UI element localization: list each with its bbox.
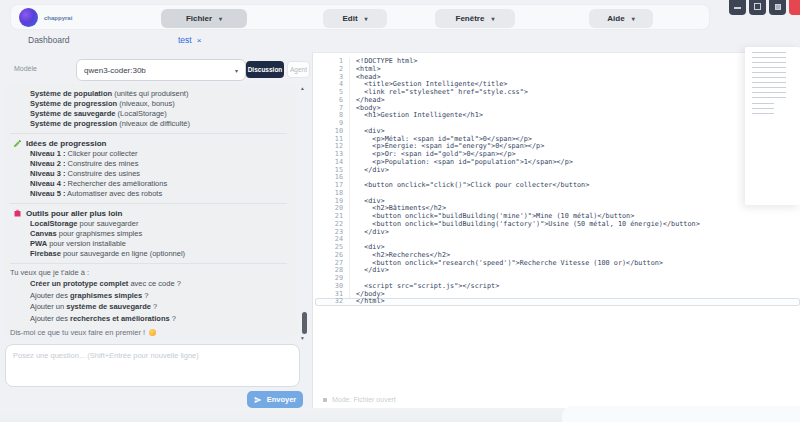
code-line-row: 17 <button onclick="click()">Click pour … <box>315 182 800 190</box>
idea-item: Niveau 1 : Clicker pour collecter <box>8 149 289 159</box>
code-line-row: 15 </div> <box>315 167 800 175</box>
tab-bar: Dashboard test × <box>0 33 800 51</box>
model-select-value: qwen3-coder:30b <box>84 66 146 75</box>
help-item: Créer un prototype complet avec ce code … <box>8 278 289 290</box>
menu-edit[interactable]: Edit ▾ <box>323 9 387 28</box>
code-line: <button onclick="click()">Click pour col… <box>356 182 589 190</box>
feature-item: Système de sauvegarde (LocalStorage) <box>8 109 289 119</box>
scrollbar-thumb[interactable] <box>302 312 307 334</box>
code-line-row: 1<!DOCTYPE html> <box>315 58 800 66</box>
chat-footer: Dis-moi ce que tu veux faire en premier … <box>8 327 289 338</box>
code-line-row: 31</body> <box>315 291 800 299</box>
tab-close-icon[interactable]: × <box>197 36 202 45</box>
ideas-section-title: Idées de progression <box>26 138 106 149</box>
code-line-row: 6</head> <box>315 97 800 105</box>
tool-item: Firebase pour sauvegarde en ligne (optio… <box>8 249 289 259</box>
code-line-row: 9 <box>315 120 800 128</box>
scroll-down-icon[interactable]: ▾ <box>301 335 304 341</box>
help-intro: Tu veux que je t'aide à : <box>8 268 289 278</box>
code-line: <button onclick="research('speed')">Rech… <box>356 260 663 268</box>
help-item: Ajouter un système de sauvegarde ? <box>8 301 289 313</box>
model-select[interactable]: qwen3-coder:30b ▾ <box>76 59 246 81</box>
menubar: chappyrai Fichier ▾ Edit ▾ Fenêtre ▾ Aid… <box>10 4 710 30</box>
tool-item: Canvas pour graphismes simples <box>8 229 289 239</box>
code-editor[interactable]: 1<!DOCTYPE html>2<html>3<head>4 <title>G… <box>312 52 800 408</box>
status-dot-icon <box>323 398 327 402</box>
code-line-row: 30 <script src="script.js"></script> <box>315 283 800 291</box>
close-button[interactable] <box>789 0 800 15</box>
code-line: </html> <box>356 298 385 306</box>
menu-label: Fichier <box>186 14 212 23</box>
tools-section-title: Outils pour aller plus loin <box>26 208 122 219</box>
tab-test-label: test <box>178 35 192 45</box>
app-logo-icon <box>19 8 38 27</box>
tab-test[interactable]: test × <box>178 35 201 45</box>
divider <box>10 133 287 134</box>
bottom-fade <box>562 406 800 422</box>
restore-button[interactable] <box>769 0 786 15</box>
line-number: 32 <box>315 298 343 306</box>
tab-dashboard[interactable]: Dashboard <box>28 35 70 45</box>
menu-label: Fenêtre <box>456 14 485 23</box>
tools-list: LocalStorage pour sauvegarderCanvas pour… <box>8 219 289 259</box>
feature-item: Système de population (unités qui produi… <box>8 89 289 99</box>
code-line: </div> <box>356 267 389 275</box>
code-line-row: 18 <box>315 190 800 198</box>
chat-scrollbar[interactable]: ▴ ▾ <box>300 84 309 342</box>
divider <box>10 263 287 264</box>
menu-label: Aide <box>607 14 624 23</box>
chevron-down-icon: ▾ <box>491 15 494 22</box>
feature-item: Système de progression (niveaux, bonus) <box>8 99 289 109</box>
help-item: Ajouter des recherches et améliorations … <box>8 313 289 325</box>
code-line-row: 8 <h1>Gestion Intelligente</h1> <box>315 112 800 120</box>
feature-list: Système de population (unités qui produi… <box>8 89 289 129</box>
maximize-button[interactable] <box>749 0 766 15</box>
code-line: <button onclick="buildBuilding('factory'… <box>356 221 700 229</box>
restore-icon <box>775 4 781 10</box>
app-window: chappyrai Fichier ▾ Edit ▾ Fenêtre ▾ Aid… <box>0 0 800 422</box>
ideas-list: Niveau 1 : Clicker pour collecterNiveau … <box>8 149 289 199</box>
code-line-row: 28 </div> <box>315 267 800 275</box>
idea-item: Niveau 5 : Automatiser avec des robots <box>8 189 289 199</box>
discussion-tab-button[interactable]: Discussion <box>246 61 284 78</box>
minimize-button[interactable] <box>729 0 746 15</box>
send-button[interactable]: Envoyer <box>247 391 303 408</box>
minimap-code-lines <box>752 103 774 117</box>
help-list: Créer un prototype complet avec ce code … <box>8 278 289 324</box>
tool-item: LocalStorage pour sauvegarder <box>8 219 289 229</box>
editor-statusbar: Mode: Fichier ouvert <box>323 396 396 403</box>
menu-fenetre[interactable]: Fenêtre ▾ <box>435 9 515 28</box>
feature-item: Système de progression (niveaux de diffi… <box>8 119 289 129</box>
code-lines: 1<!DOCTYPE html>2<html>3<head>4 <title>G… <box>315 58 800 306</box>
idea-item: Niveau 2 : Construire des mines <box>8 159 289 169</box>
status-text: Mode: Fichier ouvert <box>332 396 396 403</box>
code-line-row: 2<html> <box>315 66 800 74</box>
idea-item: Niveau 3 : Construire des usines <box>8 169 289 179</box>
chevron-down-icon: ▾ <box>365 15 368 22</box>
minimize-icon <box>734 7 741 9</box>
send-icon <box>254 396 262 404</box>
menu-aide[interactable]: Aide ▾ <box>589 9 653 28</box>
code-line-row: 24 <box>315 236 800 244</box>
scroll-up-icon[interactable]: ▴ <box>301 85 304 91</box>
code-line-row: 5 <link rel="stylesheet" href="style.css… <box>315 89 800 97</box>
menu-label: Edit <box>342 14 357 23</box>
minimap-code-lines <box>752 52 786 100</box>
maximize-icon <box>754 3 761 10</box>
code-line: <h1>Gestion Intelligente</h1> <box>356 112 483 120</box>
tools-section-header: Outils pour aller plus loin <box>8 208 289 219</box>
message-input[interactable] <box>5 344 300 387</box>
minimap-panel[interactable] <box>745 47 800 205</box>
chevron-down-icon: ▾ <box>235 67 238 74</box>
idea-item: Niveau 4 : Rechercher des améliorations <box>8 179 289 189</box>
code-line-row: 23 </div> <box>315 229 800 237</box>
toolbox-icon <box>13 209 22 218</box>
chevron-down-icon: ▾ <box>632 15 635 22</box>
agent-tab-button[interactable]: Agent <box>287 61 310 78</box>
app-logo-text: chappyrai <box>44 15 72 21</box>
window-controls <box>729 0 800 15</box>
code-line: </div> <box>356 167 389 175</box>
code-line: </div> <box>356 229 389 237</box>
ideas-section-header: Idées de progression <box>8 138 289 149</box>
menu-fichier[interactable]: Fichier ▾ <box>161 9 247 28</box>
